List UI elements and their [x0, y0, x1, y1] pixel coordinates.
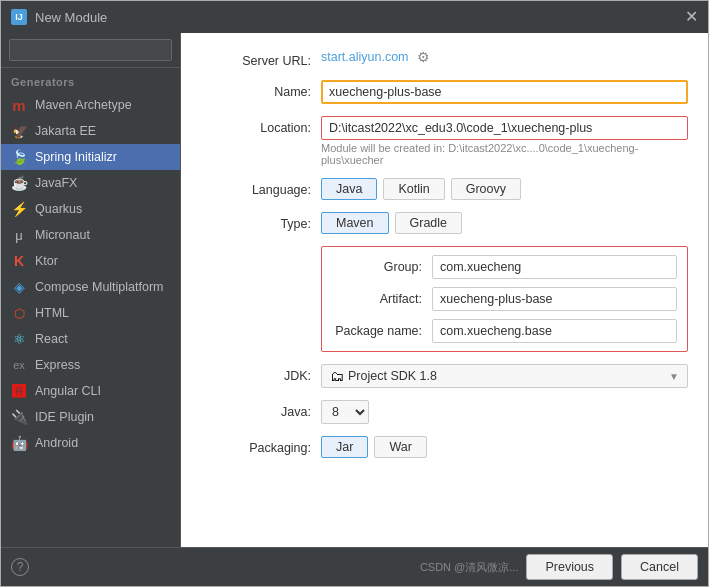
jdk-field: 🗂 Project SDK 1.8 ▼ [321, 364, 688, 388]
sidebar-item-label: Quarkus [35, 202, 82, 216]
artifact-input[interactable] [432, 287, 677, 311]
group-artifact-box: Group: Artifact: Package nam [321, 246, 688, 352]
sidebar-item-label: Express [35, 358, 80, 372]
group-artifact-section: Group: Artifact: Package nam [201, 246, 688, 352]
angular-icon: 🅰 [11, 383, 27, 399]
ide-plugin-icon: 🔌 [11, 409, 27, 425]
type-row: Type: Maven Gradle [201, 212, 688, 234]
micronaut-icon: μ [11, 227, 27, 243]
react-icon: ⚛ [11, 331, 27, 347]
name-row: Name: [201, 80, 688, 104]
bottom-bar: ? CSDN @清风微凉... Previous Cancel [1, 547, 708, 586]
packaging-field: Jar War [321, 436, 688, 458]
group-input[interactable] [432, 255, 677, 279]
jakarta-ee-icon: 🦅 [11, 123, 27, 139]
sidebar-item-label: HTML [35, 306, 69, 320]
java-select-wrapper: 8 11 17 [321, 400, 688, 424]
ktor-icon: K [11, 253, 27, 269]
type-field: Maven Gradle [321, 212, 688, 234]
sdk-icon: 🗂 [330, 368, 344, 384]
close-button[interactable]: ✕ [685, 9, 698, 25]
location-label: Location: [201, 116, 311, 135]
sidebar-item-quarkus[interactable]: ⚡ Quarkus [1, 196, 180, 222]
app-icon: IJ [11, 9, 27, 25]
sidebar: Generators m Maven Archetype 🦅 Jakarta E… [1, 33, 181, 547]
sidebar-item-html[interactable]: ⬡ HTML [1, 300, 180, 326]
java-select[interactable]: 8 11 17 [321, 400, 369, 424]
chevron-down-icon: ▼ [669, 371, 679, 382]
help-icon[interactable]: ? [11, 558, 29, 576]
group-row: Group: [332, 255, 677, 279]
name-field [321, 80, 688, 104]
sidebar-item-maven-archetype[interactable]: m Maven Archetype [1, 92, 180, 118]
package-name-input[interactable] [432, 319, 677, 343]
content-area: Generators m Maven Archetype 🦅 Jakarta E… [1, 33, 708, 547]
sidebar-item-jakarta-ee[interactable]: 🦅 Jakarta EE [1, 118, 180, 144]
sidebar-item-react[interactable]: ⚛ React [1, 326, 180, 352]
sidebar-item-label: Ktor [35, 254, 58, 268]
artifact-field [432, 287, 677, 311]
sidebar-item-android[interactable]: 🤖 Android [1, 430, 180, 456]
jdk-select[interactable]: 🗂 Project SDK 1.8 ▼ [321, 364, 688, 388]
sidebar-item-spring-initializr[interactable]: 🍃 Spring Initializr [1, 144, 180, 170]
server-url-field: start.aliyun.com ⚙ [321, 49, 688, 65]
group-label-spacer [201, 246, 321, 352]
sidebar-item-ktor[interactable]: K Ktor [1, 248, 180, 274]
express-icon: ex [11, 357, 27, 373]
sidebar-item-javafx[interactable]: ☕ JavaFX [1, 170, 180, 196]
package-name-field [432, 319, 677, 343]
name-input[interactable] [321, 80, 688, 104]
language-label: Language: [201, 178, 311, 197]
sidebar-item-compose-multiplatform[interactable]: ◈ Compose Multiplatform [1, 274, 180, 300]
language-groovy-btn[interactable]: Groovy [451, 178, 521, 200]
new-module-dialog: IJ New Module ✕ Generators m Maven Arche… [0, 0, 709, 587]
server-url-row: Server URL: start.aliyun.com ⚙ [201, 49, 688, 68]
sidebar-item-label: Maven Archetype [35, 98, 132, 112]
watermark-text: CSDN @清风微凉... [420, 560, 519, 575]
sidebar-item-micronaut[interactable]: μ Micronaut [1, 222, 180, 248]
sidebar-item-label: JavaFX [35, 176, 77, 190]
jdk-row: JDK: 🗂 Project SDK 1.8 ▼ [201, 364, 688, 388]
sidebar-item-express[interactable]: ex Express [1, 352, 180, 378]
sidebar-item-angular-cli[interactable]: 🅰 Angular CLI [1, 378, 180, 404]
language-field: Java Kotlin Groovy [321, 178, 688, 200]
java-label: Java: [201, 400, 311, 419]
sidebar-item-ide-plugin[interactable]: 🔌 IDE Plugin [1, 404, 180, 430]
language-kotlin-btn[interactable]: Kotlin [383, 178, 444, 200]
packaging-war-btn[interactable]: War [374, 436, 426, 458]
type-gradle-btn[interactable]: Gradle [395, 212, 463, 234]
language-java-btn[interactable]: Java [321, 178, 377, 200]
generators-section-title: Generators [1, 68, 180, 92]
android-icon: 🤖 [11, 435, 27, 451]
java-row: Java: 8 11 17 [201, 400, 688, 424]
language-row: Language: Java Kotlin Groovy [201, 178, 688, 200]
location-input[interactable] [321, 116, 688, 140]
type-maven-btn[interactable]: Maven [321, 212, 389, 234]
sidebar-item-label: IDE Plugin [35, 410, 94, 424]
footer-actions: CSDN @清风微凉... Previous Cancel [420, 554, 698, 580]
location-hint: Module will be created in: D:\itcast2022… [321, 142, 688, 166]
java-field: 8 11 17 [321, 400, 688, 424]
group-label: Group: [332, 260, 422, 274]
main-panel: Server URL: start.aliyun.com ⚙ Name: Loc… [181, 33, 708, 547]
server-url-link[interactable]: start.aliyun.com [321, 50, 409, 64]
gear-icon[interactable]: ⚙ [417, 49, 430, 65]
package-row: Package name: [332, 319, 677, 343]
cancel-button[interactable]: Cancel [621, 554, 698, 580]
location-field: Module will be created in: D:\itcast2022… [321, 116, 688, 166]
search-input[interactable] [9, 39, 172, 61]
location-row: Location: Module will be created in: D:\… [201, 116, 688, 166]
compose-icon: ◈ [11, 279, 27, 295]
quarkus-icon: ⚡ [11, 201, 27, 217]
package-name-label: Package name: [332, 324, 422, 338]
spring-initializr-icon: 🍃 [11, 149, 27, 165]
artifact-row: Artifact: [332, 287, 677, 311]
maven-archetype-icon: m [11, 97, 27, 113]
packaging-jar-btn[interactable]: Jar [321, 436, 368, 458]
sidebar-item-label: Micronaut [35, 228, 90, 242]
sidebar-item-label: Jakarta EE [35, 124, 96, 138]
sidebar-item-label: Compose Multiplatform [35, 280, 164, 294]
artifact-label: Artifact: [332, 292, 422, 306]
html-icon: ⬡ [11, 305, 27, 321]
previous-button[interactable]: Previous [526, 554, 613, 580]
